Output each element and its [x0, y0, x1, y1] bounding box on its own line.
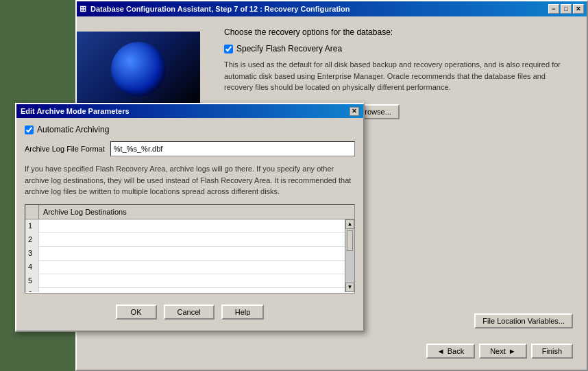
row-val-3[interactable] — [39, 252, 354, 254]
row-num-1: 1 — [25, 219, 39, 233]
row-val-1[interactable] — [39, 224, 354, 227]
main-title: Database Configuration Assistant, Step 7… — [90, 5, 548, 13]
specify-flash-checkbox[interactable] — [224, 45, 233, 53]
table-row: 4 — [25, 261, 354, 274]
file-location-variables-button[interactable]: File Location Variables... — [474, 313, 573, 328]
oracle-sphere — [111, 42, 166, 97]
description-text: This is used as the default for all disk… — [224, 59, 573, 93]
finish-button[interactable]: Finish — [531, 344, 573, 359]
main-window: ⊞ Database Configuration Assistant, Step… — [75, 0, 588, 371]
row-val-5[interactable] — [39, 279, 354, 282]
archive-log-table: Archive Log Destinations 1 2 3 — [25, 204, 355, 294]
row-num-6: 6 — [25, 287, 39, 292]
dialog-title: Edit Archive Mode Parameters — [21, 107, 350, 115]
dest-header-col: Archive Log Destinations — [39, 206, 354, 217]
archive-table-header: Archive Log Destinations — [25, 205, 354, 219]
dialog-content: Automatic Archiving Archive Log File For… — [16, 118, 363, 331]
choose-text: Choose the recovery options for the data… — [224, 27, 573, 37]
navigation-area: ◄ Back Next ► Finish — [426, 344, 573, 359]
help-button[interactable]: Help — [221, 304, 265, 320]
dialog-titlebar: Edit Archive Mode Parameters ✕ — [16, 104, 363, 118]
minimize-button[interactable]: − — [548, 4, 559, 14]
dialog-close-button[interactable]: ✕ — [350, 107, 359, 116]
row-num-header-col — [25, 205, 39, 219]
row-val-2[interactable] — [39, 238, 354, 241]
close-button[interactable]: ✕ — [573, 4, 584, 14]
table-row: 3 — [25, 247, 354, 261]
specify-flash-row: Specify Flash Recovery Area — [224, 44, 573, 53]
next-button[interactable]: Next ► — [479, 344, 527, 359]
oracle-logo-bg — [77, 32, 200, 107]
main-titlebar: ⊞ Database Configuration Assistant, Step… — [77, 1, 587, 16]
restore-button[interactable]: □ — [561, 4, 572, 14]
table-row: 5 — [25, 274, 354, 288]
window-controls: − □ ✕ — [548, 4, 584, 14]
archive-format-row: Archive Log File Format — [25, 141, 355, 156]
row-num-5: 5 — [25, 274, 39, 287]
table-row: 6 — [25, 288, 354, 292]
row-val-4[interactable] — [39, 265, 354, 268]
auto-archive-checkbox[interactable] — [25, 125, 34, 134]
back-arrow-icon: ◄ — [437, 347, 445, 355]
scroll-down-arrow[interactable]: ▼ — [345, 283, 354, 292]
table-scrollbar[interactable]: ▲ ▼ — [345, 219, 354, 292]
next-label: Next — [490, 347, 506, 355]
scroll-thumb[interactable] — [347, 230, 353, 251]
dialog-info-text: If you have specified Flash Recovery Are… — [25, 163, 355, 198]
row-num-4: 4 — [25, 260, 39, 274]
specify-flash-label: Specify Flash Recovery Area — [236, 44, 342, 53]
scroll-up-arrow[interactable]: ▲ — [345, 219, 354, 229]
row-num-3: 3 — [25, 246, 39, 260]
back-label: Back — [448, 347, 464, 355]
next-arrow-icon: ► — [509, 347, 516, 355]
ok-button[interactable]: OK — [116, 304, 157, 320]
cancel-button[interactable]: Cancel — [164, 304, 215, 320]
back-button[interactable]: ◄ Back — [426, 344, 475, 359]
oracle-logo-area — [77, 32, 207, 114]
table-row: 1 — [25, 219, 354, 233]
archive-format-label: Archive Log File Format — [25, 145, 105, 153]
app-icon: ⊞ — [79, 4, 86, 14]
row-num-2: 2 — [25, 232, 39, 246]
archive-table-body[interactable]: 1 2 3 4 5 — [25, 219, 354, 292]
edit-archive-dialog: Edit Archive Mode Parameters ✕ Automatic… — [15, 103, 365, 332]
scroll-track[interactable] — [345, 229, 354, 283]
archive-format-input[interactable] — [110, 141, 355, 156]
auto-archive-label: Automatic Archiving — [37, 125, 109, 134]
dialog-buttons: OK Cancel Help — [25, 300, 355, 324]
auto-archive-row: Automatic Archiving — [25, 125, 355, 134]
table-row: 2 — [25, 233, 354, 247]
